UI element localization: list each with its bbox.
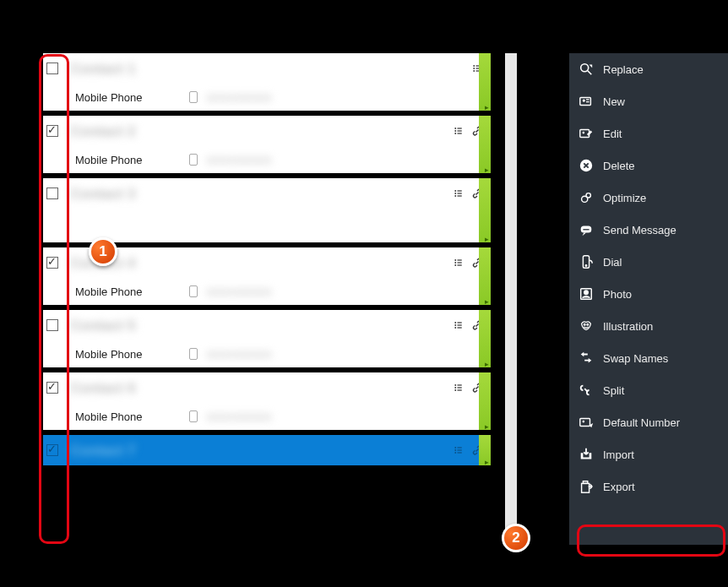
contact-card[interactable]: Contact 7	[43, 435, 491, 465]
sidebar-item-replace[interactable]: Replace	[569, 53, 728, 85]
contact-card[interactable]: Contact 2Mobile Phone0000000000	[43, 116, 491, 173]
contact-name: Contact 7	[70, 443, 448, 458]
contact-checkbox[interactable]	[46, 257, 58, 269]
contact-phone-row: Mobile Phone0000000000	[43, 146, 491, 173]
contact-name: Contact 2	[70, 123, 448, 139]
sidebar-item-export[interactable]: Export	[569, 470, 728, 503]
svg-point-38	[454, 449, 456, 451]
list-icon[interactable]	[454, 126, 464, 136]
sidebar-item-new[interactable]: New	[569, 85, 728, 117]
svg-point-0	[473, 65, 475, 67]
expand-handle[interactable]	[479, 116, 491, 173]
contact-checkbox[interactable]	[46, 188, 58, 199]
svg-rect-27	[458, 324, 462, 325]
svg-rect-45	[586, 99, 589, 100]
svg-point-32	[454, 387, 456, 389]
sidebar-item-split[interactable]: Split	[569, 374, 728, 406]
contact-checkbox[interactable]	[46, 382, 58, 394]
list-icon[interactable]	[454, 445, 464, 455]
svg-rect-29	[458, 327, 462, 328]
contact-header-row: Contact 5	[43, 310, 491, 340]
sidebar-item-import[interactable]: Import	[569, 438, 728, 470]
svg-point-12	[454, 190, 456, 192]
mobile-phone-icon	[189, 410, 198, 422]
contact-checkbox[interactable]	[46, 63, 58, 74]
sidebar-item-label: New	[603, 95, 625, 108]
export-icon	[578, 478, 595, 495]
phone-type-label: Mobile Phone	[75, 91, 189, 104]
svg-point-40	[454, 452, 456, 454]
svg-rect-19	[458, 259, 462, 260]
list-icon[interactable]	[454, 383, 464, 393]
scrollbar[interactable]	[505, 53, 517, 545]
contact-name: Contact 3	[70, 186, 448, 201]
dial-icon	[578, 253, 595, 270]
callout-badge-1: 1	[89, 237, 117, 266]
svg-point-22	[454, 264, 456, 266]
sidebar-item-photo[interactable]: Photo	[569, 278, 728, 310]
svg-rect-9	[458, 130, 462, 131]
sidebar-item-default-number[interactable]: Default Number	[569, 406, 728, 438]
svg-rect-11	[458, 133, 462, 133]
sidebar-item-label: Optimize	[603, 192, 646, 204]
contact-checkbox[interactable]	[46, 319, 58, 331]
svg-rect-23	[458, 264, 462, 265]
list-icon[interactable]	[454, 258, 464, 268]
contact-list: Contact 1Mobile Phone0000000000Contact 2…	[43, 53, 491, 543]
svg-point-14	[454, 193, 456, 194]
photo-icon	[578, 285, 595, 302]
sidebar-item-dial[interactable]: Dial	[569, 246, 728, 278]
mobile-phone-icon	[189, 285, 198, 297]
svg-point-48	[583, 132, 585, 134]
delete-icon	[578, 157, 595, 174]
contact-checkbox[interactable]	[46, 444, 58, 456]
contact-header-row: Contact 1	[43, 53, 491, 84]
sidebar-item-delete[interactable]: Delete	[569, 149, 728, 182]
illustration-icon	[578, 318, 595, 334]
callout-badge-2: 2	[502, 524, 530, 552]
svg-point-28	[454, 327, 456, 329]
contact-header-row: Contact 2	[43, 116, 491, 146]
sidebar-item-edit[interactable]: Edit	[569, 117, 728, 149]
optimize-icon	[578, 189, 595, 206]
expand-handle[interactable]	[479, 178, 491, 242]
import-icon	[578, 446, 595, 463]
contact-card[interactable]: Contact 5Mobile Phone0000000000	[43, 310, 491, 367]
svg-rect-21	[458, 262, 462, 263]
message-icon	[578, 221, 595, 238]
expand-handle[interactable]	[479, 247, 491, 305]
svg-rect-25	[458, 322, 462, 323]
contact-header-row: Contact 7	[43, 435, 491, 465]
contact-card[interactable]: Contact 1Mobile Phone0000000000	[43, 53, 491, 111]
contact-card[interactable]: Contact 6Mobile Phone0000000000	[43, 372, 491, 430]
expand-handle[interactable]	[479, 53, 491, 111]
expand-handle[interactable]	[479, 435, 491, 465]
list-icon[interactable]	[454, 188, 464, 198]
mobile-phone-icon	[189, 91, 198, 103]
sidebar-item-label: Dial	[603, 256, 622, 269]
svg-rect-33	[458, 387, 462, 388]
phone-type-label: Mobile Phone	[75, 285, 189, 298]
list-icon[interactable]	[454, 320, 464, 330]
svg-point-2	[473, 68, 475, 69]
sidebar-item-illustration[interactable]: Illustration	[569, 310, 728, 342]
swap-names-icon	[578, 350, 595, 367]
sidebar-item-send-message[interactable]: Send Message	[569, 214, 728, 246]
contact-card[interactable]: Contact 3	[43, 178, 491, 242]
expand-handle[interactable]	[479, 372, 491, 430]
svg-point-10	[454, 133, 456, 134]
svg-rect-31	[458, 384, 462, 385]
contact-name: Contact 1	[70, 61, 467, 76]
sidebar-item-label: Illustration	[603, 320, 653, 333]
sidebar-item-label: Default Number	[603, 416, 680, 429]
id-card-edit-icon	[578, 125, 595, 142]
expand-handle[interactable]	[479, 310, 491, 367]
sidebar-item-swap-names[interactable]: Swap Names	[569, 342, 728, 374]
contact-phone-row: Mobile Phone0000000000	[43, 278, 491, 305]
svg-rect-7	[458, 128, 462, 128]
svg-point-26	[454, 324, 456, 326]
contact-checkbox[interactable]	[46, 125, 58, 137]
sidebar-item-label: Send Message	[603, 224, 676, 236]
sidebar-item-optimize[interactable]: Optimize	[569, 182, 728, 214]
svg-point-20	[454, 262, 456, 264]
